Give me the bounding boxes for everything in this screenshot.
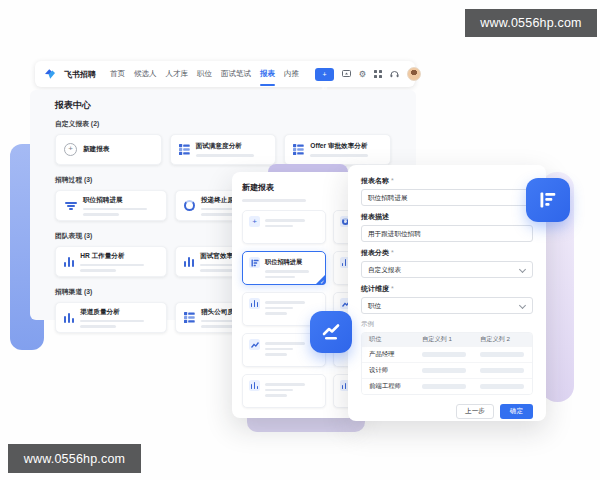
report-config-form: 报表名称* 职位招聘进展 报表描述 用于跟进职位招聘 报表分类* 自定义报表 统… (348, 165, 546, 421)
input-value: 职位招聘进展 (368, 194, 408, 201)
placeholder-lines (242, 199, 306, 202)
row-label: 设计师 (362, 366, 422, 375)
new-button[interactable]: + 新建 (315, 68, 334, 81)
field-label-dimension: 统计维度* (361, 284, 533, 294)
nav-item-candidates[interactable]: 候选人 (134, 69, 157, 79)
placeholder-lines (265, 298, 305, 320)
label-text: 报表描述 (361, 213, 389, 220)
field-label-report-description: 报表描述 (361, 212, 533, 222)
placeholder-lines (80, 317, 144, 328)
table-chart-icon (179, 144, 190, 155)
card-title: HR 工作量分析 (80, 252, 144, 261)
dialog-template-grid: + 职位招聘进展 ✓ (242, 210, 354, 408)
placeholder-lines (83, 205, 147, 216)
table-chart-icon (184, 312, 195, 323)
plus-icon: + (249, 216, 260, 227)
chevron-down-icon (519, 302, 526, 309)
nav-item-referrals[interactable]: 内推 (284, 69, 299, 79)
selected-template-title: 职位招聘进展 (265, 258, 309, 267)
label-text: 统计维度 (361, 285, 389, 292)
screen-share-icon[interactable] (342, 69, 351, 79)
table-header-custom-2: 自定义列 2 (480, 335, 532, 344)
watermark-text: www.0556hp.com (24, 452, 125, 466)
bar-chart-icon (64, 256, 74, 267)
chevron-down-icon (519, 266, 526, 273)
avatar[interactable] (407, 67, 421, 81)
report-card-interview-satisfaction[interactable]: 面试满意度分析 (170, 134, 277, 165)
bar-chart-icon (249, 298, 260, 309)
nav-item-home[interactable]: 首页 (110, 69, 125, 79)
table-row: 设计师 (362, 362, 532, 378)
apps-grid-icon[interactable] (374, 69, 382, 79)
report-name-input[interactable]: 职位招聘进展 (361, 189, 533, 206)
settings-gear-icon[interactable]: ⚙ (359, 69, 367, 79)
funnel-icon (64, 201, 77, 211)
confirm-button[interactable]: 确定 (500, 404, 533, 419)
top-navbar: 飞书招聘 首页 候选人 人才库 职位 面试笔试 报表 内推 + 新建 ⚙ (35, 61, 415, 87)
placeholder-lines (422, 368, 480, 373)
card-title: 渠道质量分析 (80, 308, 144, 317)
brand-name: 飞书招聘 (64, 69, 96, 80)
placeholder-lines (480, 384, 532, 389)
nav-menu: 首页 候选人 人才库 职位 面试笔试 报表 内推 (110, 69, 299, 79)
plus-icon: + (64, 143, 77, 156)
nav-item-talent-pool[interactable]: 人才库 (166, 69, 189, 79)
table-row: 前端工程师 (362, 378, 532, 394)
new-report-card[interactable]: + 新建报表 (55, 134, 162, 165)
card-title: 职位招聘进展 (83, 196, 147, 205)
placeholder-lines (265, 267, 309, 278)
page-title: 报表中心 (55, 99, 391, 112)
label-text: 报表分类 (361, 249, 389, 256)
line-chart-icon (249, 339, 260, 350)
select-value: 自定义报表 (368, 266, 401, 273)
placeholder-lines (480, 368, 532, 373)
card-title: Offer 审批效率分析 (310, 142, 368, 151)
dialog-card-selected-job-progress[interactable]: 职位招聘进展 ✓ (242, 251, 326, 285)
bar-chart-icon (64, 312, 74, 323)
card-title: 新建报表 (83, 145, 109, 154)
report-card-channel-quality[interactable]: 渠道质量分析 (55, 302, 167, 333)
select-value: 职位 (368, 302, 381, 309)
report-card-offer-approval[interactable]: Offer 审批效率分析 (284, 134, 391, 165)
previous-step-button[interactable]: 上一步 (456, 404, 494, 419)
table-chart-icon (293, 144, 304, 155)
card-title: 面试满意度分析 (196, 142, 254, 151)
input-value: 用于跟进职位招聘 (368, 230, 421, 237)
nav-item-interview-tests[interactable]: 面试笔试 (221, 69, 251, 79)
required-mark: * (391, 285, 394, 292)
placeholder-lines (310, 151, 368, 157)
bar-chart-icon (184, 256, 194, 267)
placeholder-lines (422, 384, 480, 389)
label-text: 报表名称 (361, 177, 389, 184)
watermark-text: www.0556hp.com (480, 16, 581, 30)
placeholder-lines (480, 352, 532, 357)
donut-chart-icon (184, 200, 195, 211)
report-doc-badge-icon (526, 178, 570, 222)
report-card-job-progress[interactable]: 职位招聘进展 (55, 190, 167, 221)
cards-row-custom: + 新建报表 面试满意度分析 Offer 审批效率分析 (55, 134, 391, 165)
table-header-row: 职位 自定义列 1 自定义列 2 (362, 333, 532, 346)
placeholder-lines (196, 151, 254, 157)
field-label-report-name: 报表名称* (361, 176, 533, 186)
screenshot-canvas: 飞书招聘 首页 候选人 人才库 职位 面试笔试 报表 内推 + 新建 ⚙ 报表中… (0, 0, 600, 480)
placeholder-lines (265, 380, 305, 402)
nav-item-jobs[interactable]: 职位 (197, 69, 212, 79)
dialog-card-blank[interactable]: + (242, 210, 326, 244)
watermark-bottom: www.0556hp.com (8, 444, 141, 473)
report-description-input[interactable]: 用于跟进职位招聘 (361, 225, 533, 242)
dialog-card-bars-3[interactable] (242, 374, 326, 408)
new-report-dialog: 新建报表 + 职位招聘进展 ✓ (232, 172, 358, 418)
placeholder-lines (265, 216, 305, 238)
table-row: 产品经理 (362, 346, 532, 362)
dimension-select[interactable]: 职位 (361, 297, 533, 314)
feishu-logo-icon (44, 68, 56, 80)
field-label-report-category: 报表分类* (361, 248, 533, 258)
example-label: 示例 (361, 320, 533, 329)
watermark-top: www.0556hp.com (465, 9, 597, 37)
placeholder-lines (80, 261, 144, 272)
help-headset-icon[interactable] (390, 69, 399, 79)
report-category-select[interactable]: 自定义报表 (361, 261, 533, 278)
report-card-hr-workload[interactable]: HR 工作量分析 (55, 246, 167, 277)
nav-item-reports[interactable]: 报表 (260, 69, 275, 79)
dialog-title: 新建报表 (242, 182, 354, 193)
